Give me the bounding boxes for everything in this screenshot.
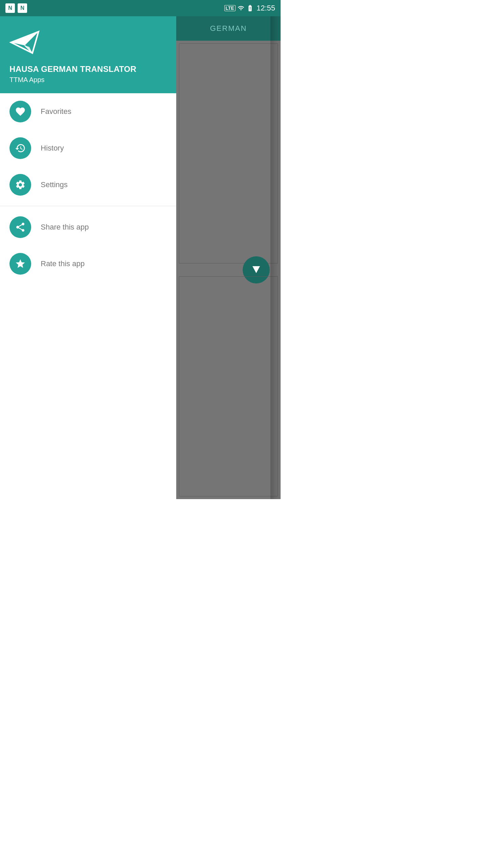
app-toolbar: GERMAN bbox=[176, 16, 281, 41]
signal-icon bbox=[238, 5, 244, 12]
drawer-item-settings[interactable]: Settings bbox=[0, 166, 176, 203]
drawer: HAUSA GERMAN TRANSLATOR TTMA Apps Favori… bbox=[0, 16, 176, 499]
drawer-item-share[interactable]: Share this app bbox=[0, 209, 176, 245]
input-area-bottom bbox=[179, 276, 278, 496]
drawer-header: HAUSA GERMAN TRANSLATOR TTMA Apps bbox=[0, 16, 176, 93]
app-logo-icon bbox=[9, 27, 40, 58]
gear-icon bbox=[15, 179, 26, 190]
status-bar-left: N N bbox=[5, 3, 27, 13]
translate-icon bbox=[250, 263, 263, 276]
drawer-divider bbox=[0, 206, 176, 206]
star-icon bbox=[15, 258, 26, 269]
share-label: Share this app bbox=[41, 223, 89, 232]
app-body bbox=[176, 41, 281, 499]
status-time: 12:55 bbox=[257, 4, 275, 13]
main-container: HAUSA GERMAN TRANSLATOR TTMA Apps Favori… bbox=[0, 16, 281, 499]
drawer-item-rate[interactable]: Rate this app bbox=[0, 245, 176, 282]
history-icon-circle bbox=[9, 137, 31, 159]
rate-icon-circle bbox=[9, 253, 31, 275]
notification-icon-1: N bbox=[5, 3, 15, 13]
app-subtitle: TTMA Apps bbox=[9, 76, 167, 84]
share-icon bbox=[15, 222, 26, 233]
drawer-item-favorites[interactable]: Favorites bbox=[0, 93, 176, 130]
input-area-top bbox=[179, 43, 278, 263]
share-icon-circle bbox=[9, 216, 31, 238]
settings-icon-circle bbox=[9, 174, 31, 196]
history-label: History bbox=[41, 144, 64, 153]
heart-icon bbox=[15, 106, 26, 117]
favorites-icon-circle bbox=[9, 101, 31, 122]
toolbar-title: GERMAN bbox=[210, 24, 247, 33]
battery-icon bbox=[246, 4, 254, 12]
status-bar-right: LTE 12:55 bbox=[224, 4, 275, 13]
lte-badge: LTE bbox=[224, 5, 236, 11]
settings-label: Settings bbox=[41, 180, 68, 189]
drawer-item-history[interactable]: History bbox=[0, 130, 176, 166]
notification-icon-2: N bbox=[18, 3, 27, 13]
status-bar: N N LTE 12:55 bbox=[0, 0, 281, 16]
app-content: GERMAN bbox=[176, 16, 281, 499]
rate-label: Rate this app bbox=[41, 259, 85, 268]
favorites-label: Favorites bbox=[41, 107, 71, 116]
app-logo bbox=[9, 27, 40, 58]
app-title: HAUSA GERMAN TRANSLATOR bbox=[9, 64, 167, 74]
svg-marker-4 bbox=[252, 266, 260, 273]
status-icons: LTE bbox=[224, 4, 254, 12]
drawer-items: Favorites History Settings bbox=[0, 93, 176, 499]
clock-icon bbox=[15, 143, 26, 154]
